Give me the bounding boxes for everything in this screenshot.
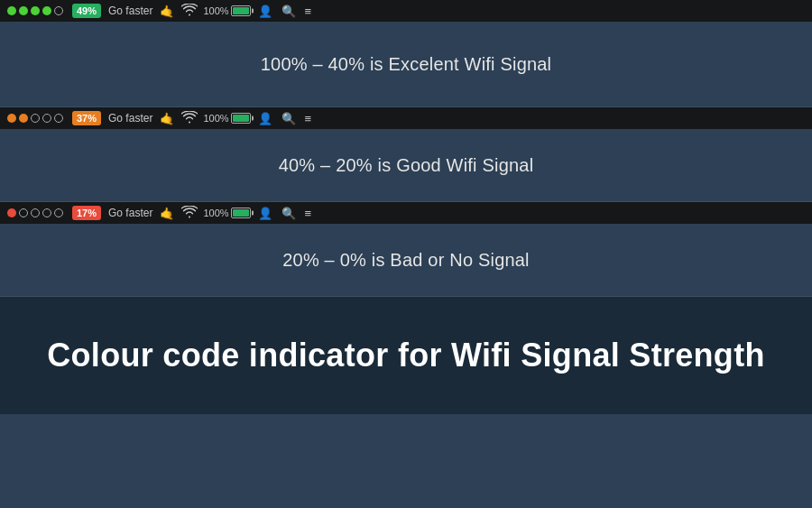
dot-3	[31, 208, 40, 217]
user-icon-bad: 👤	[258, 207, 272, 220]
wifi-icon-good	[181, 111, 198, 126]
section-good: 37% Go faster 🤙 100% 👤 🔍 ≡ 40% – 20% is …	[0, 107, 812, 201]
battery-indicator-excellent: 100%	[203, 5, 250, 16]
dot-5	[54, 114, 63, 123]
go-faster-label-bad: Go faster	[108, 207, 152, 219]
battery-box-bad	[231, 208, 251, 218]
section-excellent: 49% Go faster 🤙 100% 👤 🔍 ≡ 100% – 40% is…	[0, 0, 812, 106]
hand-icon-good: 🤙	[160, 112, 174, 125]
dot-4	[42, 6, 51, 15]
battery-pct-label-good: 100%	[203, 113, 228, 124]
dot-3	[31, 6, 40, 15]
excellent-label: 100% – 40% is Excelent Wifi Signal	[261, 54, 552, 75]
dot-2	[19, 208, 28, 217]
hand-icon-excellent: 🤙	[160, 5, 174, 18]
search-icon-good: 🔍	[281, 112, 296, 125]
dot-1	[7, 6, 16, 15]
menubar-bad: 17% Go faster 🤙 100% 👤 🔍 ≡	[0, 202, 812, 224]
user-icon-excellent: 👤	[258, 5, 272, 18]
dot-5	[54, 6, 63, 15]
menubar-good: 37% Go faster 🤙 100% 👤 🔍 ≡	[0, 107, 812, 129]
signal-dots-excellent	[7, 6, 63, 15]
good-label: 40% – 20% is Good Wifi Signal	[279, 155, 534, 176]
dot-1	[7, 208, 16, 217]
bad-label: 20% – 0% is Bad or No Signal	[282, 250, 530, 271]
content-excellent: 100% – 40% is Excelent Wifi Signal	[0, 22, 812, 106]
section-bad: 17% Go faster 🤙 100% 👤 🔍 ≡ 20% – 0% is B…	[0, 202, 812, 296]
go-faster-label-excellent: Go faster	[108, 5, 152, 17]
dot-2	[19, 114, 28, 123]
battery-indicator-bad: 100%	[203, 208, 250, 218]
list-icon-excellent: ≡	[305, 5, 312, 18]
dot-3	[31, 114, 40, 123]
battery-pct-label-bad: 100%	[203, 208, 228, 218]
percent-badge-bad: 17%	[72, 206, 101, 220]
banner-title: Colour code indicator for Wifi Signal St…	[47, 337, 764, 374]
content-good: 40% – 20% is Good Wifi Signal	[0, 129, 812, 201]
search-icon-bad: 🔍	[281, 207, 296, 220]
go-faster-label-good: Go faster	[108, 112, 152, 125]
search-icon-excellent: 🔍	[281, 5, 296, 18]
list-icon-bad: ≡	[305, 207, 312, 220]
battery-indicator-good: 100%	[203, 113, 250, 124]
percent-badge-good: 37%	[72, 111, 101, 125]
list-icon-good: ≡	[305, 112, 312, 125]
battery-box-excellent	[231, 5, 251, 16]
hand-icon-bad: 🤙	[160, 207, 174, 220]
bottom-banner: Colour code indicator for Wifi Signal St…	[0, 297, 812, 414]
dot-1	[7, 114, 16, 123]
dot-4	[42, 114, 51, 123]
percent-badge-excellent: 49%	[72, 4, 101, 18]
signal-dots-good	[7, 114, 63, 123]
menubar-excellent: 49% Go faster 🤙 100% 👤 🔍 ≡	[0, 0, 812, 22]
user-icon-good: 👤	[258, 112, 272, 125]
battery-box-good	[231, 113, 251, 124]
signal-dots-bad	[7, 208, 63, 217]
wifi-icon-excellent	[181, 4, 198, 19]
battery-pct-label-excellent: 100%	[203, 5, 228, 16]
wifi-icon-bad	[181, 206, 198, 221]
dot-5	[54, 208, 63, 217]
dot-4	[42, 208, 51, 217]
content-bad: 20% – 0% is Bad or No Signal	[0, 224, 812, 296]
dot-2	[19, 6, 28, 15]
